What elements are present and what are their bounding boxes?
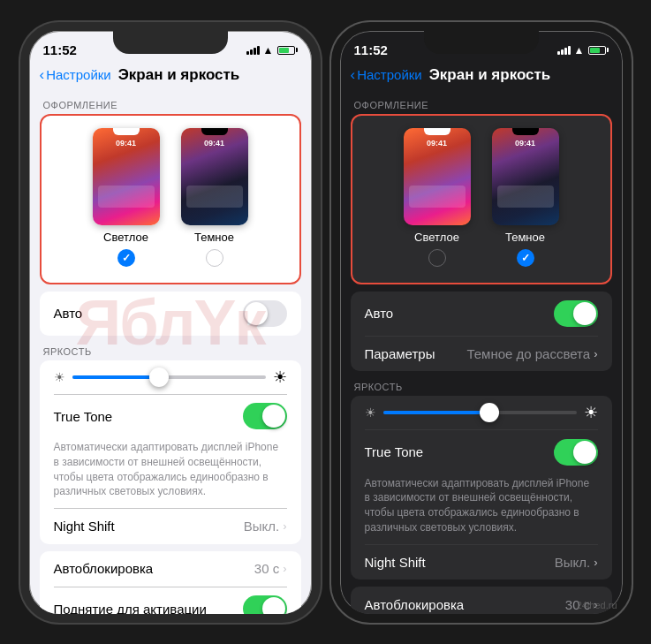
auto-section-dark: Авто Параметры Темное до рассвета › [351, 292, 612, 372]
brightness-track-dark[interactable] [383, 411, 577, 414]
preview-time-dark: 09:41 [204, 139, 224, 148]
light-option-label-dark: Светлое [414, 231, 459, 244]
brightness-low-icon-light: ☀ [54, 370, 65, 384]
params-label-dark: Параметры [365, 346, 435, 361]
notch-dark [424, 31, 539, 54]
true-tone-toggle-light[interactable] [243, 403, 287, 429]
params-value-dark: Темное до рассвета › [466, 346, 597, 361]
brightness-section-dark: ☀ ☀ True Tone [351, 396, 612, 580]
raise-toggle-light[interactable] [243, 595, 287, 622]
nav-title-light: Экран и яркость [118, 66, 301, 84]
dark-option-label: Темное [194, 231, 234, 244]
appearance-header-light: ОФОРМЛЕНИЕ [29, 89, 312, 114]
true-tone-desc-dark: Автоматически адаптировать дисплей iPhon… [351, 474, 612, 544]
brightness-thumb-dark[interactable] [480, 403, 499, 422]
autolock-chevron-light: › [283, 562, 286, 575]
auto-toggle-dark[interactable] [554, 300, 598, 327]
auto-row-light[interactable]: Авто [40, 292, 301, 336]
night-shift-label-light: Night Shift [54, 519, 115, 534]
preview-notch-dark [201, 128, 228, 135]
back-button-dark[interactable]: ‹ Настройки [351, 66, 422, 84]
raise-row-light[interactable]: Поднятие для активации [40, 587, 301, 622]
phone-light-wrapper: 11:52 ▲ [20, 22, 321, 623]
appearance-options-light: 09:41 Светлое ✓ 09:41 [50, 125, 291, 274]
brightness-fill-light [72, 375, 160, 379]
true-tone-row-light[interactable]: True Tone [40, 394, 301, 438]
preview-notch-ld [424, 128, 450, 135]
back-button-light[interactable]: ‹ Настройки [40, 66, 111, 84]
appearance-section-dark: 09:41 Светлое 09:41 [351, 114, 612, 284]
checkmark-dark: ✓ [521, 252, 530, 264]
autolock-label-light: Автоблокировка [54, 561, 154, 576]
dark-option-label-dark: Темное [505, 231, 545, 244]
appearance-option-light-in-dark[interactable]: 09:41 Светлое [404, 128, 471, 267]
autolock-section-light: Автоблокировка 30 с › Поднятие для актив… [40, 551, 301, 623]
screen-content-light: ОФОРМЛЕНИЕ 09:41 Светлое [29, 89, 312, 623]
preview-time-dd: 09:41 [515, 139, 535, 148]
appearance-option-dark-mode[interactable]: 09:41 Темное [181, 128, 248, 267]
true-tone-knob-dark [573, 441, 596, 464]
night-shift-row-dark[interactable]: Night Shift Выкл. › [351, 544, 612, 580]
site-watermark: 24ihed.ru [577, 600, 617, 610]
screen-content-dark: ОФОРМЛЕНИЕ 09:41 Светлое [340, 89, 623, 623]
autolock-row-dark[interactable]: Автоблокировка 30 с › [351, 587, 612, 622]
preview-notch-dd [512, 128, 539, 135]
brightness-row-light[interactable]: ☀ ☀ [40, 360, 301, 394]
back-chevron-light: ‹ [40, 66, 45, 84]
night-shift-label-dark: Night Shift [365, 555, 426, 570]
radio-light-in-dark-unselected[interactable] [428, 249, 446, 267]
preview-light-in-dark: 09:41 [404, 128, 471, 225]
night-shift-value-dark: Выкл. › [555, 555, 598, 570]
brightness-thumb-light[interactable] [149, 367, 169, 387]
status-icons-light: ▲ [246, 44, 298, 57]
signal-bar-d2 [561, 49, 564, 55]
preview-time-light: 09:41 [116, 139, 136, 148]
signal-bar-4 [257, 46, 260, 55]
wifi-icon: ▲ [263, 44, 274, 57]
params-row-dark[interactable]: Параметры Темное до рассвета › [351, 336, 612, 371]
phone-dark: 11:52 ▲ [331, 22, 632, 623]
back-chevron-dark: ‹ [351, 66, 356, 84]
night-shift-chevron-light: › [283, 519, 286, 533]
radio-dark-selected[interactable]: ✓ [517, 249, 534, 267]
radio-dark-unselected[interactable] [206, 249, 223, 267]
autolock-value-light: 30 с › [254, 561, 287, 576]
checkmark-light: ✓ [122, 252, 131, 264]
signal-bars-dark [557, 46, 571, 55]
back-label-light: Настройки [46, 67, 111, 82]
brightness-fill-dark [383, 411, 489, 414]
brightness-high-icon-light: ☀ [273, 367, 287, 387]
radio-light-selected[interactable]: ✓ [117, 249, 135, 267]
appearance-section-light: 09:41 Светлое ✓ 09:41 [40, 114, 301, 284]
night-shift-row-light[interactable]: Night Shift Выкл. › [40, 509, 301, 544]
battery-icon-dark [588, 46, 609, 55]
true-tone-toggle-dark[interactable] [554, 439, 598, 466]
signal-bar-2 [250, 49, 253, 55]
preview-stripes-ld [409, 186, 466, 208]
notch-light [113, 31, 228, 54]
appearance-option-dark-in-dark[interactable]: 09:41 Темное ✓ [492, 128, 559, 267]
auto-toggle-light[interactable] [243, 300, 287, 327]
appearance-options-dark: 09:41 Светлое 09:41 [361, 125, 602, 274]
phone-dark-wrapper: 11:52 ▲ [331, 22, 632, 623]
params-chevron-dark: › [594, 347, 597, 360]
signal-bar-3 [254, 48, 256, 55]
auto-label-dark: Авто [365, 306, 394, 321]
brightness-track-light[interactable] [72, 375, 266, 379]
preview-dark-in-dark: 09:41 [492, 128, 559, 225]
auto-section-light: Авто [40, 292, 301, 336]
true-tone-row-dark[interactable]: True Tone [351, 430, 612, 474]
auto-toggle-knob-dark [573, 302, 596, 325]
signal-bars-light [246, 46, 260, 55]
nav-bar-dark: ‹ Настройки Экран и яркость [340, 63, 623, 89]
raise-label-light: Поднятие для активации [54, 602, 207, 617]
auto-row-dark[interactable]: Авто [351, 292, 612, 336]
phone-light: 11:52 ▲ [20, 22, 321, 623]
autolock-row-light[interactable]: Автоблокировка 30 с › [40, 551, 301, 587]
appearance-option-light-mode[interactable]: 09:41 Светлое ✓ [93, 128, 160, 267]
signal-bar-d1 [557, 51, 560, 55]
night-shift-value-light: Выкл. › [244, 519, 287, 534]
signal-bar-1 [246, 51, 249, 55]
brightness-row-dark[interactable]: ☀ ☀ [351, 396, 612, 429]
true-tone-label-dark: True Tone [365, 444, 424, 459]
